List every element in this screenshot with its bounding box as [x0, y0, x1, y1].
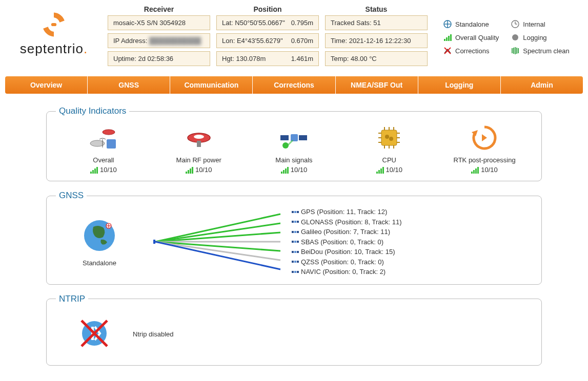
svg-rect-66: [292, 241, 294, 243]
svg-rect-0: [51, 23, 56, 26]
receiver-column: Receiver mosaic-X5 S/N 3054928 IP Addres…: [108, 5, 210, 69]
legend-logging: Logging: [511, 33, 569, 42]
svg-rect-67: [297, 241, 299, 243]
gnss-mode: Standalone: [56, 217, 143, 267]
ntrip-title: NTRIP: [56, 294, 88, 304]
signal-bars-icon: [471, 166, 479, 174]
crosshair-icon: [443, 19, 452, 29]
svg-rect-56: [294, 211, 296, 213]
ntrip-status-text: Ntrip disabled: [133, 330, 174, 338]
svg-rect-60: [292, 221, 294, 223]
septentrio-logo-icon: [40, 11, 67, 38]
receiver-ip: IP Address: ███████████: [108, 33, 210, 48]
legend-standalone-label: Standalone: [455, 20, 489, 28]
svg-rect-73: [297, 261, 299, 263]
svg-line-21: [288, 140, 293, 145]
svg-line-52: [155, 242, 280, 260]
svg-rect-63: [292, 231, 294, 233]
svg-rect-72: [292, 261, 294, 263]
svg-point-7: [512, 34, 518, 40]
header-info: Receiver mosaic-X5 S/N 3054928 IP Addres…: [108, 5, 428, 69]
receiver-uptime: Uptime: 2d 02:58:36: [108, 51, 210, 66]
satellite-small-icon: [292, 208, 299, 216]
qi-signals: Main signals 10/10: [253, 122, 335, 174]
position-column: Position Lat: N50°50'55.0667"0.795m Lon:…: [216, 5, 319, 69]
legend-corrections-label: Corrections: [455, 47, 489, 55]
svg-rect-57: [292, 211, 294, 213]
record-dot-icon: [511, 33, 520, 42]
svg-rect-19: [299, 135, 307, 140]
legend-block: Standalone Internal Overall Quality Logg…: [443, 5, 570, 55]
nav-gnss[interactable]: GNSS: [88, 76, 170, 94]
svg-point-15: [194, 135, 204, 139]
satellite-small-icon: [292, 248, 299, 256]
gnss-constellations: GPS (Position: 11, Track: 12)GLONASS (Po…: [292, 207, 402, 277]
svg-rect-59: [294, 221, 296, 223]
signal-bars-icon: [281, 166, 289, 174]
nav-nmea[interactable]: NMEA/SBF Out: [336, 76, 418, 94]
main-nav: Overview GNSS Communication Corrections …: [5, 76, 583, 94]
qi-cpu: CPU 10/10: [348, 122, 430, 174]
brand-logo: septentrio.: [5, 5, 103, 57]
nav-admin[interactable]: Admin: [501, 76, 583, 94]
svg-rect-22: [381, 130, 397, 145]
svg-line-44: [155, 223, 280, 242]
svg-rect-74: [294, 271, 296, 273]
signal-bars-icon: [186, 166, 193, 174]
brand-name: septentrio.: [5, 41, 103, 57]
satellite-small-icon: [292, 268, 299, 276]
qi-overall: Overall 10/10: [63, 122, 145, 174]
legend-internal: Internal: [511, 19, 569, 29]
legend-spectrum-label: Spectrum clean: [523, 47, 569, 55]
satellite-small-icon: [292, 228, 299, 236]
nav-communication[interactable]: Communication: [170, 76, 253, 94]
svg-rect-65: [294, 241, 296, 243]
signal-bars-icon: [90, 166, 98, 174]
gnss-row-glonass: GLONASS (Position: 8, Track: 11): [292, 217, 402, 227]
legend-overall-label: Overall Quality: [455, 34, 499, 41]
svg-rect-76: [297, 271, 299, 273]
qi-rf-power: Main RF power 10/10: [158, 122, 240, 174]
nav-overview[interactable]: Overview: [5, 76, 88, 94]
gnss-lines: [153, 211, 281, 272]
svg-rect-55: [153, 240, 155, 244]
receiver-title: Receiver: [144, 5, 174, 13]
status-column: Status Tracked Sats: 51 Time: 2021-12-16…: [325, 5, 428, 69]
status-time: Time: 2021-12-16 12:22:30: [325, 33, 428, 48]
satellite-icon: [253, 122, 335, 153]
status-title: Status: [366, 5, 388, 13]
ntrip-panel: NTRIP Ntrip disabled: [46, 294, 542, 366]
svg-rect-64: [297, 231, 299, 233]
svg-rect-58: [297, 211, 299, 213]
antenna-cross-icon: [443, 46, 452, 55]
spectrum-icon: [511, 46, 520, 55]
header-area: septentrio. Receiver mosaic-X5 S/N 30549…: [0, 0, 588, 69]
quality-panel: Quality Indicators Overall 10/10 Main RF…: [46, 106, 542, 181]
position-lat: Lat: N50°50'55.0667"0.795m: [216, 15, 319, 30]
clock-icon: [511, 19, 520, 29]
cpu-chip-icon: [348, 122, 430, 153]
rtk-refresh-icon: [443, 122, 525, 153]
status-temp: Temp: 48.00 °C: [325, 51, 428, 66]
svg-point-35: [385, 135, 389, 139]
svg-rect-18: [280, 135, 289, 140]
position-lon: Lon: E4°43'55.6279"0.670m: [216, 33, 319, 48]
svg-rect-75: [292, 271, 294, 273]
legend-overall: Overall Quality: [443, 33, 501, 42]
nav-logging[interactable]: Logging: [418, 76, 501, 94]
receiver-model: mosaic-X5 S/N 3054928: [108, 15, 210, 30]
svg-point-36: [389, 137, 393, 141]
satellite-small-icon: [292, 218, 299, 225]
legend-standalone: Standalone: [443, 19, 501, 29]
ntrip-disabled-icon: [76, 315, 112, 353]
svg-rect-71: [294, 261, 296, 263]
signal-bars-icon: [376, 166, 384, 174]
gnss-row-qzss: QZSS (Position: 0, Track: 0): [292, 257, 402, 267]
satellite-small-icon: [292, 238, 299, 245]
position-title: Position: [253, 5, 281, 13]
nav-corrections[interactable]: Corrections: [253, 76, 335, 94]
svg-rect-62: [294, 231, 296, 233]
gnss-row-navic: NAVIC (Position: 0, Track: 2): [292, 267, 402, 277]
quality-title: Quality Indicators: [56, 106, 129, 116]
position-hgt: Hgt: 130.078m1.461m: [216, 51, 319, 66]
